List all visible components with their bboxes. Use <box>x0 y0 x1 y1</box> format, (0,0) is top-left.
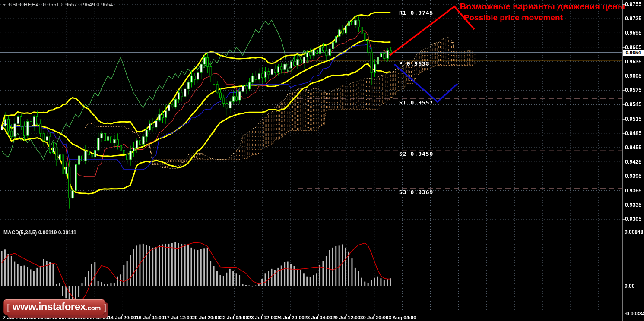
logo-bracket-right: ] <box>101 302 109 312</box>
price-axis-label: 0.9305 <box>625 216 641 222</box>
time-axis-label: 23 Jul 12:00 <box>248 315 276 320</box>
price-axis-label: 0.9575 <box>625 87 641 93</box>
time-axis-label: 20 Jul 20:00 <box>192 315 220 320</box>
logo-bracket-left: [ <box>4 302 13 312</box>
pivot-label-p: P 0.9638 <box>399 60 430 67</box>
pivot-label-s2: S2 0.9450 <box>399 151 433 157</box>
trading-terminal-chart: ▼USDCHF,H40.9651 0.9657 0.9649 0.9654 Во… <box>0 0 644 321</box>
price-axis-label: 0.9755 <box>625 1 641 7</box>
annotation-russian: Возможные варианты движения цены <box>460 2 625 12</box>
time-axis-label: 8 Jul 20:00 <box>25 315 51 320</box>
time-axis-label: 7 Jul 2015 <box>3 315 27 320</box>
price-axis-label: 0.9425 <box>625 159 641 165</box>
price-axis-label: 0.9605 <box>625 73 641 79</box>
time-axis-label: 29 Jul 12:00 <box>332 315 360 320</box>
price-chart-canvas[interactable] <box>0 0 644 321</box>
pivot-label-s3: S3 0.9369 <box>399 189 433 195</box>
macd-axis-max: 0.00848 <box>625 229 643 235</box>
symbol-label: USDCHF,H4 <box>9 2 38 8</box>
macd-indicator-label: MACD(5,34,5) 0.00119 0.00111 <box>3 230 76 236</box>
time-axis-label: 3 Aug 04:00 <box>389 315 416 320</box>
logo-domain: .com <box>86 304 101 312</box>
macd-axis-min: -0.00384 <box>625 311 644 317</box>
time-axis-label: 16 Jul 04:00 <box>136 315 164 320</box>
time-axis-label: 10 Jul 04:00 <box>52 315 80 320</box>
price-axis-label: 0.9725 <box>625 16 641 22</box>
price-axis-label: 0.9455 <box>625 145 641 151</box>
price-axis-label: 0.9515 <box>625 116 641 122</box>
price-axis-label: 0.9395 <box>625 173 641 179</box>
price-axis-label: 0.9485 <box>625 130 641 136</box>
current-price-tag: 0.9654 <box>623 50 644 56</box>
pivot-label-s1: S1 0.9557 <box>399 99 433 106</box>
price-axis-label: 0.9635 <box>625 59 641 65</box>
logo-text: www.instaforex <box>13 301 86 312</box>
time-axis-label: 14 Jul 20:00 <box>108 315 136 320</box>
time-axis-label: 28 Jul 04:00 <box>304 315 332 320</box>
time-axis-label: 30 Jul 20:00 <box>360 315 388 320</box>
time-axis-label: 22 Jul 04:00 <box>220 315 248 320</box>
price-axis-label: 0.9695 <box>625 30 641 36</box>
price-axis-label: 0.9545 <box>625 101 641 107</box>
ohlc-values: 0.9651 0.9657 0.9649 0.9654 <box>43 2 113 8</box>
time-axis-label: 13 Jul 12:00 <box>80 315 108 320</box>
macd-axis-zero: 0.00 <box>625 283 634 289</box>
symbol-dropdown-icon[interactable]: ▼ <box>3 3 6 7</box>
instaforex-logo-banner[interactable]: [www.instaforex.com] <box>3 299 105 315</box>
price-axis-label: 0.9335 <box>625 202 641 208</box>
chart-title[interactable]: ▼USDCHF,H40.9651 0.9657 0.9649 0.9654 <box>3 2 113 8</box>
time-axis-label: 17 Jul 12:00 <box>164 315 192 320</box>
time-axis-label: 24 Jul 20:00 <box>276 315 304 320</box>
pivot-label-r1: R1 0.9745 <box>399 9 433 16</box>
price-axis-label: 0.9365 <box>625 188 641 194</box>
annotation-english: Possible price movement <box>464 13 563 22</box>
